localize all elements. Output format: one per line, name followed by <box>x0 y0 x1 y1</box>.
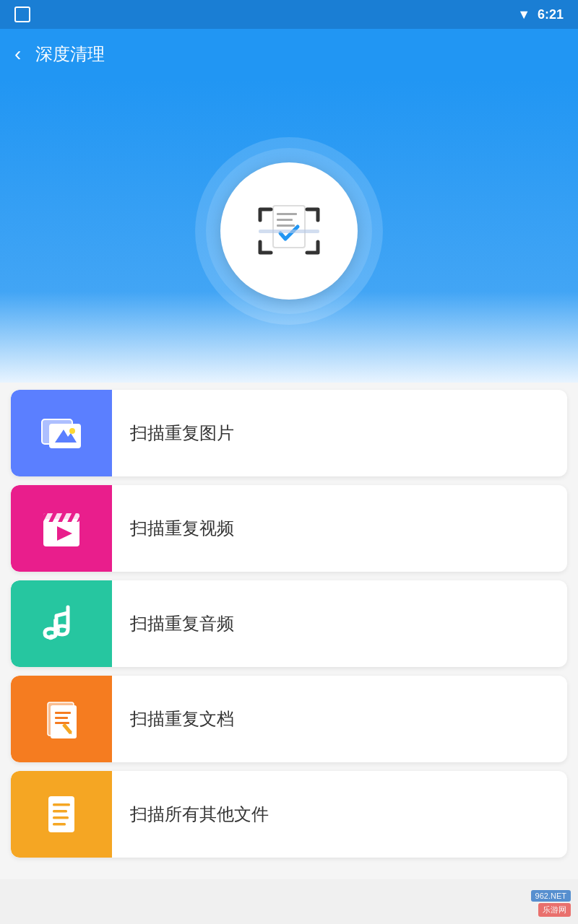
svg-point-8 <box>69 428 75 434</box>
svg-rect-22 <box>55 717 68 719</box>
svg-rect-3 <box>277 225 295 227</box>
menu-item-duplicate-photos[interactable]: 扫描重复图片 <box>11 390 567 476</box>
watermark-top: 962.NET <box>531 890 571 902</box>
menu-item-duplicate-docs[interactable]: 扫描重复文档 <box>11 676 567 762</box>
page-title: 深度清理 <box>35 43 105 66</box>
hero-circle-outer <box>206 148 372 314</box>
duplicate-docs-label: 扫描重复文档 <box>112 707 234 731</box>
hero-section <box>0 79 578 383</box>
svg-rect-23 <box>55 722 69 724</box>
status-time: 6:21 <box>538 7 564 22</box>
status-square <box>14 6 30 22</box>
svg-rect-28 <box>53 810 67 813</box>
svg-rect-21 <box>55 712 71 714</box>
watermark-bottom: 乐游网 <box>538 903 571 917</box>
svg-rect-29 <box>53 816 69 819</box>
app-header: ‹ 深度清理 <box>0 29 578 79</box>
wifi-icon: ▼ <box>517 7 530 22</box>
files-icon <box>36 789 87 840</box>
duplicate-photos-label: 扫描重复图片 <box>112 422 234 445</box>
photos-icon-box <box>11 390 112 476</box>
video-icon-box <box>11 485 112 572</box>
svg-rect-1 <box>277 213 297 215</box>
document-icon-box <box>11 676 112 762</box>
audio-icon-box: ♪ <box>11 580 112 667</box>
audio-icon: ♪ <box>36 598 87 649</box>
svg-rect-26 <box>48 796 74 832</box>
video-icon <box>36 503 87 554</box>
files-icon-box <box>11 771 112 858</box>
menu-item-all-files[interactable]: 扫描所有其他文件 <box>11 771 567 858</box>
menu-item-duplicate-audio[interactable]: ♪ 扫描重复音频 <box>11 580 567 667</box>
scan-document-icon <box>253 195 325 267</box>
menu-item-duplicate-videos[interactable]: 扫描重复视频 <box>11 485 567 572</box>
duplicate-videos-label: 扫描重复视频 <box>112 517 234 540</box>
svg-rect-30 <box>53 823 66 826</box>
menu-list: 扫描重复图片 <box>0 383 578 879</box>
watermark: 962.NET 乐游网 <box>531 890 571 917</box>
back-button[interactable]: ‹ <box>14 44 21 64</box>
svg-rect-4 <box>259 230 319 233</box>
svg-text:♪: ♪ <box>45 606 64 648</box>
all-files-label: 扫描所有其他文件 <box>112 803 269 826</box>
duplicate-audio-label: 扫描重复音频 <box>112 612 234 635</box>
hero-circle-inner <box>220 162 358 300</box>
photos-icon <box>36 408 87 458</box>
document-icon <box>36 694 87 744</box>
svg-rect-27 <box>53 803 70 806</box>
status-bar: ▼ 6:21 <box>0 0 578 29</box>
svg-rect-2 <box>277 219 293 221</box>
